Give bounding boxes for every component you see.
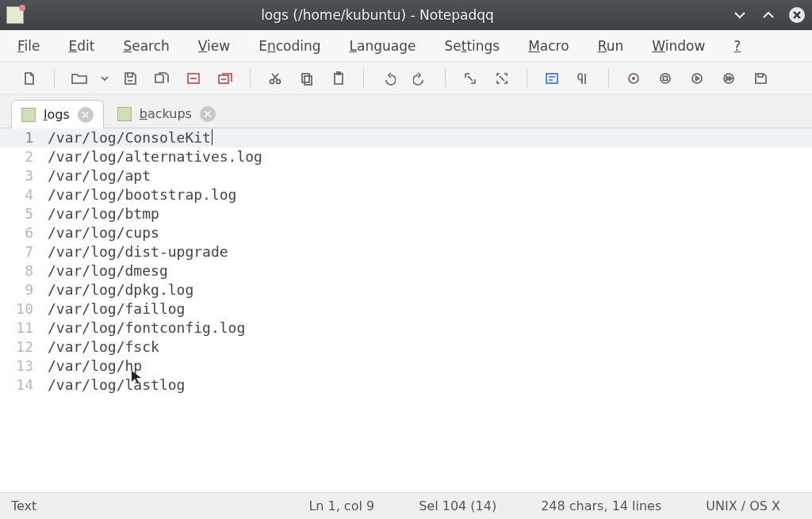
line-content[interactable]: /var/log/dpkg.log — [48, 280, 193, 300]
close-tab-button[interactable] — [178, 65, 209, 92]
line-content[interactable]: /var/log/cups — [48, 223, 159, 242]
editor-line[interactable]: 4/var/log/bootstrap.log — [0, 185, 812, 204]
status-bar: Text Ln 1, col 9 Sel 104 (14) 248 chars,… — [0, 492, 812, 519]
line-number: 8 — [0, 261, 48, 280]
menu-search[interactable]: Search — [123, 38, 169, 54]
line-content[interactable]: /var/log/lastlog — [48, 376, 185, 395]
svg-point-10 — [632, 77, 635, 80]
menu-language[interactable]: Language — [350, 38, 416, 54]
paste-button[interactable] — [324, 65, 354, 92]
show-symbols-button[interactable] — [569, 65, 599, 92]
editor-line[interactable]: 14/var/log/lastlog — [0, 376, 812, 395]
editor-line[interactable]: 3/var/log/apt — [0, 166, 812, 185]
editor-line[interactable]: 13/var/log/hp — [0, 357, 812, 376]
recent-dropdown-button[interactable] — [96, 65, 113, 92]
editor-area[interactable]: 1/var/log/ConsoleKit2/var/log/alternativ… — [0, 128, 812, 492]
editor-line[interactable]: 12/var/log/fsck — [0, 338, 812, 357]
redo-button[interactable] — [405, 65, 435, 92]
line-content[interactable]: /var/log/dmesg — [48, 261, 168, 280]
menu-window[interactable]: Window — [652, 38, 705, 54]
line-content[interactable]: /var/log/alternatives.log — [48, 147, 262, 166]
editor-line[interactable]: 1/var/log/ConsoleKit — [0, 128, 812, 147]
app-icon — [6, 6, 24, 24]
status-language[interactable]: Text — [10, 498, 59, 513]
editor-line[interactable]: 10/var/log/faillog — [0, 300, 812, 319]
svg-rect-8 — [546, 74, 557, 83]
tab-close-button[interactable]: ✕ — [78, 107, 94, 123]
save-button[interactable] — [115, 65, 145, 92]
editor-line[interactable]: 9/var/log/dpkg.log — [0, 280, 812, 300]
menu-encoding[interactable]: Encoding — [259, 38, 320, 54]
zoom-in-button[interactable] — [455, 65, 485, 92]
tab-label: backups — [140, 106, 192, 121]
cut-button[interactable] — [260, 65, 290, 92]
menu-help[interactable]: ? — [733, 38, 741, 54]
svg-point-11 — [661, 74, 670, 83]
svg-rect-12 — [664, 76, 668, 80]
new-file-button[interactable] — [14, 65, 44, 92]
maximize-button[interactable] — [760, 6, 777, 24]
line-number: 12 — [0, 338, 48, 357]
save-all-button[interactable] — [147, 65, 177, 92]
tab-logs[interactable]: logs ✕ — [11, 100, 104, 128]
undo-button[interactable] — [373, 65, 404, 92]
macro-stop-button[interactable] — [650, 65, 680, 92]
menu-view[interactable]: View — [198, 38, 230, 54]
menu-run[interactable]: Run — [598, 38, 624, 54]
line-number: 2 — [0, 147, 48, 166]
line-content[interactable]: /var/log/faillog — [48, 300, 185, 319]
line-content[interactable]: /var/log/btmp — [48, 204, 159, 223]
svg-rect-4 — [302, 74, 309, 82]
line-number: 4 — [0, 185, 48, 204]
tab-bar: logs ✕ backups ✕ — [0, 95, 812, 128]
close-button[interactable] — [788, 6, 806, 24]
line-content[interactable]: /var/log/ConsoleKit — [48, 128, 213, 147]
line-content[interactable]: /var/log/apt — [48, 166, 151, 185]
status-position: Ln 1, col 9 — [286, 498, 396, 513]
title-bar: logs (/home/kubuntu) - Notepadqq — [0, 0, 812, 30]
tab-close-button[interactable]: ✕ — [200, 106, 216, 122]
close-all-button[interactable] — [210, 65, 240, 92]
word-wrap-button[interactable] — [537, 65, 567, 92]
svg-rect-6 — [335, 74, 343, 84]
macro-play-button[interactable] — [682, 65, 712, 92]
svg-point-13 — [692, 74, 702, 83]
toolbar — [0, 62, 812, 95]
macro-save-button[interactable] — [745, 65, 776, 92]
menu-macro[interactable]: Macro — [528, 38, 569, 54]
svg-rect-5 — [304, 76, 312, 85]
editor-line[interactable]: 2/var/log/alternatives.log — [0, 147, 812, 166]
menu-bar: File Edit Search View Encoding Language … — [0, 30, 812, 62]
editor-line[interactable]: 6/var/log/cups — [0, 223, 812, 242]
macro-play-repeat-button[interactable] — [714, 65, 744, 92]
line-content[interactable]: /var/log/hp — [48, 357, 142, 376]
minimize-button[interactable] — [731, 6, 749, 24]
status-stats: 248 chars, 14 lines — [519, 498, 684, 513]
document-icon — [117, 107, 132, 121]
line-number: 10 — [0, 300, 48, 319]
copy-button[interactable] — [292, 65, 322, 92]
menu-settings[interactable]: Settings — [444, 38, 500, 54]
menu-file[interactable]: File — [17, 38, 40, 54]
menu-edit[interactable]: Edit — [68, 38, 94, 54]
line-number: 9 — [0, 280, 48, 300]
macro-record-button[interactable] — [619, 65, 649, 92]
line-content[interactable]: /var/log/bootstrap.log — [48, 185, 236, 204]
line-content[interactable]: /var/log/dist-upgrade — [48, 242, 228, 261]
zoom-out-button[interactable] — [487, 65, 517, 92]
line-content[interactable]: /var/log/fontconfig.log — [48, 319, 245, 338]
line-content[interactable]: /var/log/fsck — [48, 338, 159, 357]
line-number: 11 — [0, 319, 48, 338]
text-caret — [212, 129, 213, 145]
tab-backups[interactable]: backups ✕ — [107, 99, 226, 128]
editor-line[interactable]: 11/var/log/fontconfig.log — [0, 319, 812, 338]
open-folder-button[interactable] — [64, 65, 94, 92]
editor-line[interactable]: 8/var/log/dmesg — [0, 261, 812, 280]
editor-line[interactable]: 5/var/log/btmp — [0, 204, 812, 223]
status-eol[interactable]: UNIX / OS X — [684, 498, 802, 513]
tab-label: logs — [44, 107, 70, 122]
window-controls — [731, 6, 806, 24]
line-number: 13 — [0, 357, 48, 376]
line-number: 5 — [0, 204, 48, 223]
editor-line[interactable]: 7/var/log/dist-upgrade — [0, 242, 812, 261]
